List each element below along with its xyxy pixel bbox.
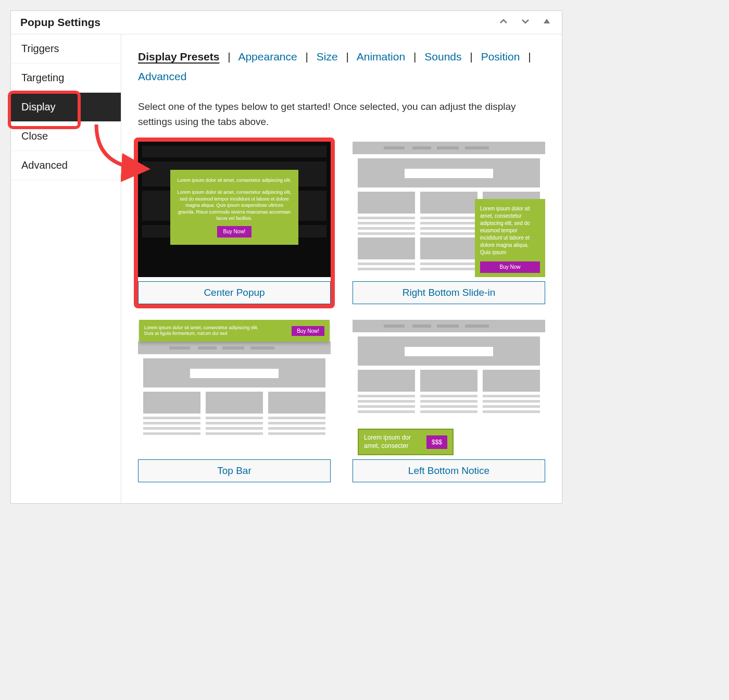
sidebar: Triggers Targeting Display Close Advance…	[11, 34, 121, 503]
sidebar-item-label: Display	[21, 101, 56, 113]
subtab-advanced[interactable]: Advanced	[138, 70, 186, 82]
popup-preview: Lorem ipsum dolor sit amet, consectetur …	[475, 199, 545, 277]
sidebar-item-close[interactable]: Close	[11, 122, 121, 151]
chevron-down-icon[interactable]	[519, 16, 532, 29]
subtab-position[interactable]: Position	[481, 51, 520, 63]
sidebar-item-label: Targeting	[21, 72, 64, 83]
subtab-size[interactable]: Size	[317, 51, 338, 63]
popup-cta-button: Buy Now!	[292, 326, 324, 336]
preset-label[interactable]: Left Bottom Notice	[353, 459, 545, 482]
popup-settings-panel: Popup Settings Triggers Targeting Displa…	[10, 10, 562, 504]
subtab-sounds[interactable]: Sounds	[424, 51, 461, 63]
preset-label[interactable]: Center Popup	[138, 281, 331, 304]
preset-thumbnail: Lorem ipsum dolor sit amet, consectetur …	[138, 320, 331, 455]
sidebar-item-targeting[interactable]: Targeting	[11, 64, 121, 93]
sidebar-item-display[interactable]: Display	[11, 93, 121, 122]
popup-body: Lorem ipsum dolor sit amet, consectetur …	[480, 205, 540, 256]
presets-grid: Lorem ipsum dolor sit amet, consectetur …	[138, 142, 545, 482]
popup-headline: Lorem ipsum dolor sit amet, consectetur …	[177, 177, 292, 184]
popup-cta-button: $$$	[426, 435, 447, 449]
popup-preview: Lorem ipsum dolor sit amet, consectetur …	[170, 170, 298, 245]
subtab-animation[interactable]: Animation	[357, 51, 405, 63]
preset-thumbnail: Lorem ipsum dolor sit amet, consectetur …	[138, 142, 331, 277]
chevron-up-icon[interactable]	[497, 16, 510, 29]
subtabs: Display Presets | Appearance | Size | An…	[138, 47, 545, 86]
popup-preview: Lorem ipsum dolor sit amet, consectetur …	[139, 320, 330, 342]
sidebar-item-label: Advanced	[21, 159, 68, 171]
preset-left-bottom-notice[interactable]: Lorem ipsum dor amet, consecter $$$ Left…	[353, 320, 545, 482]
panel-controls	[497, 16, 552, 29]
preset-right-bottom-slidein[interactable]: Lorem ipsum dolor sit amet, consectetur …	[353, 142, 545, 304]
preset-label[interactable]: Right Bottom Slide-in	[353, 281, 545, 304]
sidebar-item-advanced[interactable]: Advanced	[11, 151, 121, 180]
subtab-appearance[interactable]: Appearance	[238, 51, 297, 63]
popup-cta-button: Buy Now!	[217, 226, 252, 238]
preset-thumbnail: Lorem ipsum dolor sit amet, consectetur …	[353, 142, 545, 277]
panel-body: Triggers Targeting Display Close Advance…	[11, 34, 562, 503]
panel-header: Popup Settings	[11, 11, 562, 34]
popup-preview: Lorem ipsum dor amet, consecter $$$	[358, 429, 454, 455]
preset-label[interactable]: Top Bar	[138, 459, 331, 482]
preset-top-bar[interactable]: Lorem ipsum dolor sit amet, consectetur …	[138, 320, 331, 482]
main-content: Display Presets | Appearance | Size | An…	[121, 34, 562, 503]
panel-title: Popup Settings	[20, 16, 100, 29]
intro-text: Select one of the types below to get sta…	[138, 99, 545, 130]
popup-cta-button: Buy Now	[480, 261, 540, 273]
preset-center-popup[interactable]: Lorem ipsum dolor sit amet, consectetur …	[138, 142, 331, 304]
popup-body: Lorem ipsum dolor sit amet, consectetur …	[177, 189, 292, 222]
preset-thumbnail: Lorem ipsum dor amet, consecter $$$	[353, 320, 545, 455]
sidebar-item-label: Close	[21, 130, 48, 142]
popup-body: Lorem ipsum dor amet, consecter	[364, 434, 421, 450]
collapse-triangle-icon[interactable]	[541, 16, 552, 29]
sidebar-item-label: Triggers	[21, 43, 59, 54]
sidebar-item-triggers[interactable]: Triggers	[11, 34, 121, 64]
popup-body: Lorem ipsum dolor sit amet, consectetur …	[144, 325, 258, 337]
subtab-display-presets[interactable]: Display Presets	[138, 51, 219, 63]
